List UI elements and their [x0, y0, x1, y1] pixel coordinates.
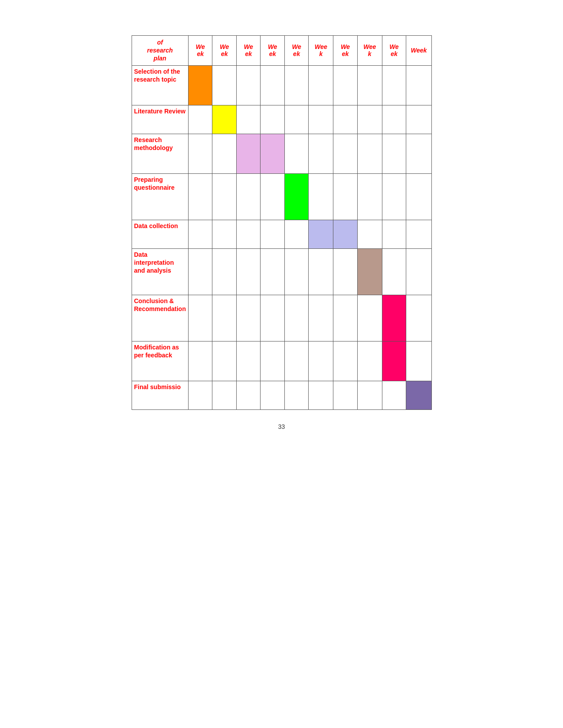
cell-5-3: [236, 220, 260, 248]
row-questionnaire: Preparing questionnaire: [132, 173, 431, 220]
label-methodology: Research methodology: [132, 134, 188, 173]
cell-2-6: [309, 105, 333, 134]
cell-1-10: [406, 65, 431, 105]
cell-7-9: [382, 295, 406, 341]
cell-6-1: [188, 248, 212, 295]
label-conclusion: Conclusion & Recommendation: [132, 295, 188, 341]
cell-9-5: [284, 381, 308, 409]
label-data-interpretation: Data interpretation and analysis: [132, 248, 188, 295]
cell-3-5: [284, 134, 308, 173]
row-data-collection: Data collection: [132, 220, 431, 248]
cell-9-4: [261, 381, 284, 409]
cell-5-4: [261, 220, 284, 248]
cell-8-4: [261, 341, 284, 381]
header-week-3: Week: [236, 36, 260, 66]
page-number: 33: [278, 423, 285, 430]
cell-8-8: [357, 341, 382, 381]
cell-7-8: [357, 295, 382, 341]
row-selection: Selection of the research topic: [132, 65, 431, 105]
cell-9-1: [188, 381, 212, 409]
cell-5-6: [309, 220, 333, 248]
row-conclusion: Conclusion & Recommendation: [132, 295, 431, 341]
cell-1-3: [236, 65, 260, 105]
cell-5-1: [188, 220, 212, 248]
label-literature: Literature Review: [132, 105, 188, 134]
cell-3-9: [382, 134, 406, 173]
cell-8-7: [333, 341, 357, 381]
cell-7-10: [406, 295, 431, 341]
cell-5-8: [357, 220, 382, 248]
cell-1-4: [261, 65, 284, 105]
cell-3-2: [212, 134, 236, 173]
cell-6-9: [382, 248, 406, 295]
cell-6-2: [212, 248, 236, 295]
cell-5-7: [333, 220, 357, 248]
cell-4-8: [357, 173, 382, 220]
cell-2-10: [406, 105, 431, 134]
row-data-interpretation: Data interpretation and analysis: [132, 248, 431, 295]
header-label: of research plan: [132, 36, 188, 66]
cell-4-10: [406, 173, 431, 220]
cell-8-5: [284, 341, 308, 381]
cell-7-4: [261, 295, 284, 341]
header-week-7: Week: [333, 36, 357, 66]
cell-2-2: [212, 105, 236, 134]
cell-4-4: [261, 173, 284, 220]
cell-9-8: [357, 381, 382, 409]
cell-2-3: [236, 105, 260, 134]
cell-4-3: [236, 173, 260, 220]
cell-7-3: [236, 295, 260, 341]
cell-4-2: [212, 173, 236, 220]
cell-7-5: [284, 295, 308, 341]
cell-1-2: [212, 65, 236, 105]
label-data-collection: Data collection: [132, 220, 188, 248]
cell-4-9: [382, 173, 406, 220]
cell-1-5: [284, 65, 308, 105]
cell-5-2: [212, 220, 236, 248]
cell-3-8: [357, 134, 382, 173]
cell-3-4: [261, 134, 284, 173]
cell-2-9: [382, 105, 406, 134]
row-literature: Literature Review: [132, 105, 431, 134]
cell-6-10: [406, 248, 431, 295]
row-methodology: Research methodology: [132, 134, 431, 173]
cell-9-6: [309, 381, 333, 409]
gantt-table: of research plan Week Week Week Week Wee…: [132, 35, 432, 410]
cell-3-7: [333, 134, 357, 173]
cell-2-7: [333, 105, 357, 134]
cell-3-6: [309, 134, 333, 173]
cell-8-3: [236, 341, 260, 381]
cell-4-5: [284, 173, 308, 220]
cell-9-7: [333, 381, 357, 409]
cell-6-4: [261, 248, 284, 295]
cell-3-1: [188, 134, 212, 173]
cell-9-10: [406, 381, 431, 409]
cell-8-2: [212, 341, 236, 381]
cell-6-7: [333, 248, 357, 295]
header-week-6: Week: [309, 36, 333, 66]
header-week-2: Week: [212, 36, 236, 66]
row-modification: Modification as per feedback: [132, 341, 431, 381]
cell-1-7: [333, 65, 357, 105]
cell-1-6: [309, 65, 333, 105]
cell-6-8: [357, 248, 382, 295]
cell-9-9: [382, 381, 406, 409]
cell-8-9: [382, 341, 406, 381]
cell-7-6: [309, 295, 333, 341]
gantt-chart-container: of research plan Week Week Week Week Wee…: [132, 35, 432, 410]
cell-9-3: [236, 381, 260, 409]
cell-6-5: [284, 248, 308, 295]
cell-1-8: [357, 65, 382, 105]
header-week-8: Week: [357, 36, 382, 66]
cell-6-3: [236, 248, 260, 295]
label-selection: Selection of the research topic: [132, 65, 188, 105]
cell-2-8: [357, 105, 382, 134]
header-week-4: Week: [261, 36, 284, 66]
cell-2-1: [188, 105, 212, 134]
cell-3-10: [406, 134, 431, 173]
cell-1-9: [382, 65, 406, 105]
cell-7-1: [188, 295, 212, 341]
cell-4-6: [309, 173, 333, 220]
label-modification: Modification as per feedback: [132, 341, 188, 381]
cell-5-10: [406, 220, 431, 248]
